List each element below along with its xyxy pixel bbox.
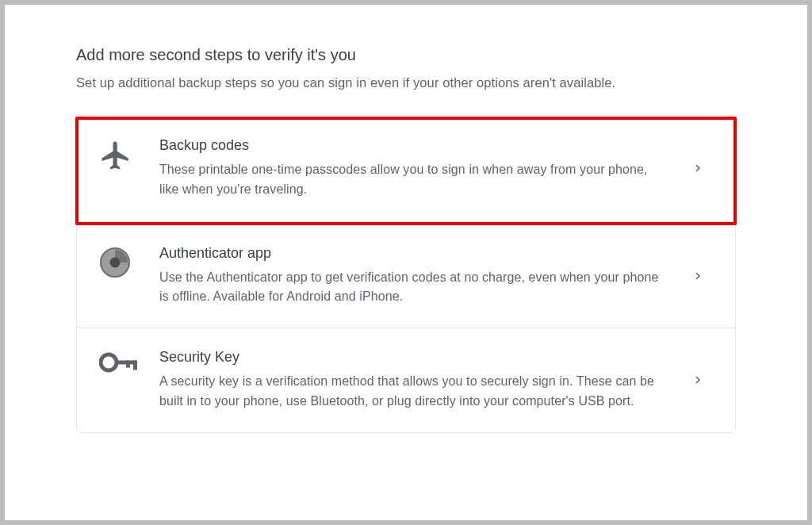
chevron-right-icon: [691, 269, 713, 283]
option-security-key[interactable]: Security Key A security key is a verific…: [77, 328, 735, 432]
chevron-right-icon: [691, 161, 713, 175]
authenticator-icon: [99, 245, 159, 278]
option-description: Use the Authenticator app to get verific…: [159, 268, 659, 308]
options-list: Backup codes These printable one-time pa…: [76, 117, 736, 433]
option-backup-codes[interactable]: Backup codes These printable one-time pa…: [75, 117, 737, 225]
svg-rect-6: [126, 361, 130, 368]
airplane-icon: [99, 137, 159, 172]
key-icon: [99, 349, 159, 374]
svg-point-2: [110, 257, 121, 267]
option-authenticator-app[interactable]: Authenticator app Use the Authenticator …: [77, 224, 735, 328]
option-description: These printable one-time passcodes allow…: [159, 160, 659, 200]
section-subtitle: Set up additional backup steps so you ca…: [76, 75, 736, 90]
option-title: Backup codes: [159, 137, 659, 154]
option-title: Authenticator app: [159, 245, 659, 262]
option-text: Security Key A security key is a verific…: [159, 349, 691, 412]
svg-rect-5: [133, 361, 137, 370]
option-title: Security Key: [159, 349, 659, 366]
option-text: Authenticator app Use the Authenticator …: [159, 245, 691, 308]
settings-panel: Add more second steps to verify it's you…: [5, 5, 807, 520]
svg-point-3: [101, 354, 117, 370]
option-text: Backup codes These printable one-time pa…: [159, 137, 691, 200]
section-title: Add more second steps to verify it's you: [76, 46, 736, 64]
option-description: A security key is a verification method …: [159, 372, 659, 412]
chevron-right-icon: [691, 373, 713, 387]
